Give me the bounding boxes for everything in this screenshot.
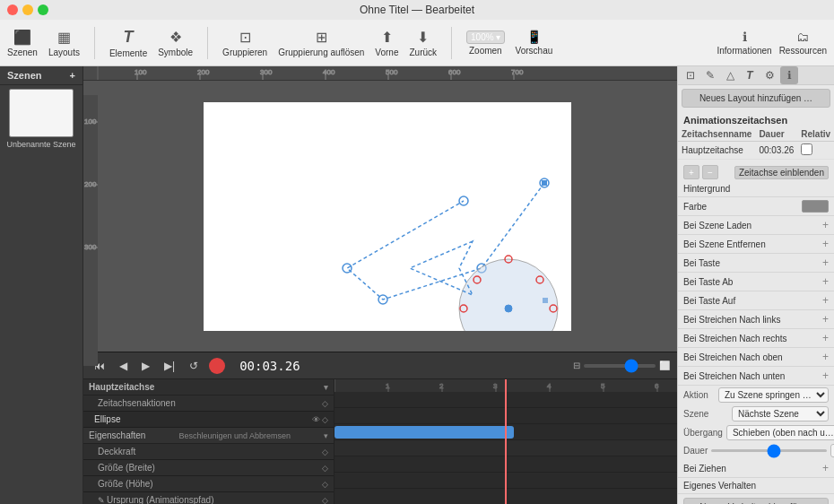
color-swatch[interactable] — [802, 200, 829, 213]
dauer-value[interactable]: 1,1s — [830, 444, 834, 457]
bei-streichen-oben-add[interactable]: + — [822, 351, 829, 363]
toolbar-informationen[interactable]: ℹ Informationen — [717, 30, 771, 56]
uebergang-select[interactable]: Schieben (oben nach u… — [726, 425, 834, 440]
add-scene-button[interactable]: + — [70, 71, 75, 81]
scene-thumbnail — [9, 89, 74, 137]
toolbar-zuruck[interactable]: ⬇ Zurück — [409, 29, 437, 57]
bei-szene-laden-add[interactable]: + — [822, 219, 829, 231]
maximize-button[interactable] — [38, 4, 48, 15]
ellipse-row[interactable]: Ellipse 👁 ◇ — [83, 412, 334, 428]
record-button[interactable] — [209, 358, 225, 374]
farbe-label: Farbe — [683, 202, 802, 212]
vorne-icon: ⬆ — [381, 29, 393, 46]
bei-streichen-links-add[interactable]: + — [822, 313, 829, 326]
bei-ziehen-add[interactable]: + — [822, 462, 829, 474]
svg-text:1: 1 — [386, 382, 390, 390]
uebergang-row: Übergang Schieben (oben nach u… — [678, 423, 834, 442]
timeline-ruler[interactable]: 1 2 3 4 5 6 7 — [334, 379, 677, 504]
timeline-expand-icon: ⬜ — [659, 361, 670, 370]
toolbar-vorschau[interactable]: 📱 Vorschau — [516, 30, 553, 56]
layouts-label: Layouts — [48, 48, 80, 57]
rp-gear-button[interactable]: ⚙ — [760, 66, 778, 84]
close-button[interactable] — [7, 4, 18, 15]
bei-taste-add[interactable]: + — [822, 256, 829, 269]
bei-streichen-unten-add[interactable]: + — [822, 369, 829, 382]
vorne-label: Vorne — [375, 48, 398, 57]
hauptzeitachse-expand-icon[interactable]: ▾ — [324, 383, 328, 392]
toolbar-szenen[interactable]: ⬛ Szenen — [7, 29, 38, 57]
table-row[interactable]: Hauptzeitachse 00:03.26 — [678, 142, 834, 160]
rp-pencil-button[interactable]: ✎ — [701, 66, 719, 84]
svg-point-26 — [343, 264, 352, 273]
bei-streichen-unten-label: Bei Streichen Nach unten — [683, 371, 822, 381]
rp-text-button[interactable]: T — [741, 66, 759, 84]
bei-szene-entfernen-add[interactable]: + — [822, 238, 829, 250]
play-button[interactable]: ▶ — [138, 358, 153, 374]
aktion-row: Aktion Zu Szene springen … — [678, 386, 834, 404]
bei-streichen-rechts-add[interactable]: + — [822, 332, 829, 344]
hintergrund-title: Hintergrund — [683, 184, 829, 194]
svg-text:2: 2 — [439, 382, 444, 390]
canvas-area: 100 200 300 400 500 600 700 — [83, 66, 677, 352]
toolbar-zoomen[interactable]: 100% ▾ Zoomen — [466, 30, 505, 56]
groesse-hoehe-keyframe: ◇ — [322, 480, 328, 489]
beschleunigen-label: Beschleunigen und Abbremsen — [178, 431, 291, 440]
relativ-checkbox[interactable] — [801, 143, 812, 155]
prev-frame-button[interactable]: ◀ — [116, 358, 131, 374]
toolbar-symbole[interactable]: ❖ Symbole — [158, 29, 193, 57]
toolbar-gruppieren[interactable]: ⊡ Gruppieren — [222, 29, 267, 57]
window-title: Ohne Titel — Bearbeitet — [360, 4, 474, 16]
dauer-slider[interactable] — [711, 449, 827, 452]
titlebar: Ohne Titel — Bearbeitet — [0, 0, 834, 20]
svg-point-31 — [460, 305, 467, 312]
hintergrund-section: Hintergrund — [678, 181, 834, 197]
deckkraft-row: Deckkraft ◇ — [83, 444, 334, 460]
zoomen-label: Zoomen — [469, 46, 502, 56]
bei-szene-entfernen-row: Bei Szene Entfernen + — [678, 235, 834, 254]
toolbar-auflosen[interactable]: ⊞ Gruppierung auflösen — [278, 29, 364, 57]
svg-text:700: 700 — [511, 68, 524, 76]
toolbar-ressourcen[interactable]: 🗂 Ressourcen — [779, 30, 827, 56]
ruler-left-svg: 100 200 300 — [83, 95, 98, 364]
path-anim-icon: ✎ — [98, 496, 105, 505]
show-timeline-button[interactable]: Zeitachse einblenden — [734, 166, 829, 179]
timeline-zoom-slider[interactable] — [584, 364, 656, 368]
canvas-container[interactable] — [98, 81, 677, 352]
eigenschaften-expand-icon[interactable]: ▾ — [324, 431, 328, 440]
eigenes-verhalten-label: Eigenes Verhalten — [683, 481, 829, 491]
add-timeline-button[interactable]: + — [683, 165, 699, 179]
rp-info-button[interactable]: ℹ — [780, 66, 798, 84]
neues-verhalten-button[interactable]: Neues Verhalten hinzufügen — [683, 498, 829, 504]
tl-ruler-bar: 1 2 3 4 5 6 7 — [334, 379, 677, 392]
aktion-select[interactable]: Zu Szene springen … — [718, 387, 829, 403]
svg-rect-29 — [543, 298, 548, 303]
bei-taste-auf-add[interactable]: + — [822, 294, 829, 307]
ellipse-visibility-icon[interactable]: 👁 — [312, 415, 320, 424]
bei-streichen-oben-label: Bei Streichen Nach oben — [683, 352, 822, 362]
svg-point-23 — [540, 178, 549, 187]
add-layout-button[interactable]: Neues Layout hinzufügen … — [682, 89, 830, 108]
zeitachsenaktionen-keyframe-icon: ◇ — [322, 399, 328, 408]
toolbar-layouts[interactable]: ▦ Layouts — [48, 29, 80, 57]
rp-shapes-button[interactable]: △ — [721, 66, 739, 84]
rp-layers-button[interactable]: ⊡ — [682, 66, 699, 84]
svg-point-36 — [536, 276, 543, 283]
minimize-button[interactable] — [22, 4, 33, 15]
loop-button[interactable]: ↺ — [186, 358, 202, 374]
groesse-breite-row: Größe (Breite) ◇ — [83, 460, 334, 476]
ellipse-tl-bar[interactable] — [334, 426, 514, 439]
svg-point-39 — [505, 305, 512, 312]
canvas-svg — [204, 102, 571, 331]
toolbar-vorne[interactable]: ⬆ Vorne — [375, 29, 398, 57]
sidebar: Szenen + Unbenannte Szene — [0, 66, 83, 504]
svg-point-32 — [505, 256, 512, 263]
next-frame-button[interactable]: ▶| — [161, 358, 178, 374]
svg-text:6: 6 — [655, 382, 659, 390]
toolbar-elemente[interactable]: T Elemente — [109, 28, 147, 58]
bei-taste-ab-add[interactable]: + — [822, 275, 829, 288]
ruler-top: 100 200 300 400 500 600 700 — [83, 66, 677, 81]
szene-select[interactable]: Nächste Szene — [732, 406, 829, 421]
canvas[interactable] — [204, 102, 571, 331]
remove-timeline-button[interactable]: − — [702, 165, 718, 179]
scene-item[interactable]: Unbenannte Szene — [0, 85, 83, 152]
